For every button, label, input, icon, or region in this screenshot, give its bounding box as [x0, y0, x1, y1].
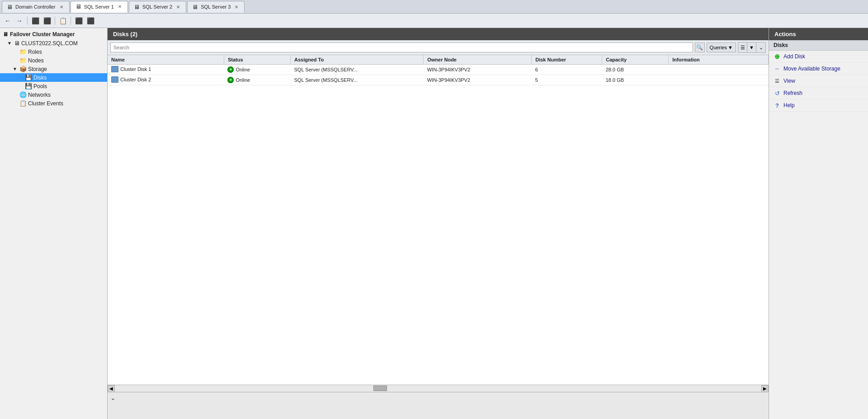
toolbar: ← → ⬛ ⬛ 📋 ⬛ ⬛: [0, 14, 868, 28]
column-header-capacity[interactable]: Capacity: [602, 55, 669, 65]
scroll-right-arrow[interactable]: ▶: [761, 385, 769, 392]
status-online-2: Online: [227, 77, 287, 83]
tab-icon-sql-server-3: 🖥: [192, 4, 198, 10]
expand-icon-cluster-root: ▼: [7, 41, 13, 46]
status-dot-1: [227, 66, 234, 73]
tree-item-nodes[interactable]: 📁 Nodes: [0, 56, 107, 65]
tree-item-disks[interactable]: 💾 Disks: [0, 73, 107, 82]
tree-icon-roles: 📁: [19, 48, 27, 55]
view-buttons: ☰ ▼ ⌄: [738, 42, 766, 53]
tab-label-domain-controller: Domain Controller: [15, 4, 56, 9]
tree-icon-cluster-root: 🖥: [14, 40, 20, 47]
cell-status-2: Online: [224, 75, 290, 85]
queries-button[interactable]: Queries ▼: [707, 42, 736, 52]
tab-icon-sql-server-2: 🖥: [134, 4, 140, 10]
help-label: Help: [783, 102, 795, 108]
scroll-thumb-h[interactable]: [373, 386, 387, 391]
cell-status-1: Online: [224, 65, 290, 75]
cell-assigned-to-1: SQL Server (MSSQLSERV...: [291, 65, 424, 75]
tab-sql-server-1[interactable]: 🖥 SQL Server 1 ✕: [71, 1, 128, 13]
add-disk-icon: ⊕: [774, 53, 781, 60]
cell-name-1: Cluster Disk 1: [108, 65, 224, 75]
detail-expand-icon[interactable]: ⌄: [110, 394, 116, 401]
view-details-button[interactable]: ☰: [738, 42, 747, 52]
cell-name-2: Cluster Disk 2: [108, 75, 224, 85]
table-row[interactable]: Cluster Disk 1 Online SQL Server (MSSQLS…: [108, 65, 769, 75]
action-view[interactable]: ☰ View: [769, 75, 868, 87]
tab-sql-server-2[interactable]: 🖥 SQL Server 2 ✕: [129, 1, 186, 13]
tab-close-domain-controller[interactable]: ✕: [58, 4, 65, 10]
status-online-1: Online: [227, 66, 287, 73]
search-icon-button[interactable]: 🔍: [695, 42, 705, 52]
tree-label-networks: Networks: [28, 92, 51, 98]
scroll-track-h[interactable]: [115, 385, 761, 392]
toolbar-separator-2: [55, 17, 55, 25]
toolbar-btn-1[interactable]: ⬛: [30, 16, 40, 26]
add-disk-label: Add Disk: [783, 53, 805, 60]
app-title-icon: 🖥: [3, 31, 8, 38]
toolbar-back-button[interactable]: ←: [3, 16, 13, 26]
tree-icon-storage: 📦: [19, 66, 27, 72]
horizontal-scrollbar[interactable]: ◀ ▶: [108, 385, 769, 392]
toolbar-btn-2[interactable]: ⬛: [42, 16, 52, 26]
help-icon: ?: [774, 102, 781, 109]
search-input[interactable]: [110, 42, 693, 52]
tree-label-pools: Pools: [33, 83, 47, 89]
tab-close-sql-server-3[interactable]: ✕: [233, 4, 240, 10]
column-header-owner-node[interactable]: Owner Node: [424, 55, 532, 65]
tab-close-sql-server-1[interactable]: ✕: [117, 4, 123, 10]
scroll-left-arrow[interactable]: ◀: [108, 385, 115, 392]
tree-label-storage: Storage: [28, 66, 47, 72]
tree-item-roles[interactable]: 📁 Roles: [0, 47, 107, 56]
toolbar-btn-5[interactable]: ⬛: [85, 16, 95, 26]
tree-item-networks[interactable]: 🌐 Networks: [0, 90, 107, 99]
move-storage-icon: ↔: [774, 65, 781, 72]
disk-image-1: [111, 66, 118, 72]
table-row[interactable]: Cluster Disk 2 Online SQL Server (MSSQLS…: [108, 75, 769, 85]
view-chevron-button[interactable]: ⌄: [756, 42, 765, 52]
toolbar-btn-3[interactable]: 📋: [58, 16, 68, 26]
refresh-label: Refresh: [783, 90, 802, 96]
status-dot-2: [227, 77, 234, 83]
refresh-icon: ↺: [774, 89, 781, 97]
action-help[interactable]: ? Help: [769, 99, 868, 112]
tree-label-cluster-events: Cluster Events: [28, 100, 63, 107]
view-dropdown-button[interactable]: ▼: [747, 42, 756, 52]
column-header-disk-number[interactable]: Disk Number: [532, 55, 602, 65]
cell-capacity-2: 18.0 GB: [602, 75, 669, 85]
column-header-information[interactable]: Information: [669, 55, 769, 65]
toolbar-btn-4[interactable]: ⬛: [74, 16, 84, 26]
action-add-disk[interactable]: ⊕ Add Disk: [769, 51, 868, 63]
tree-item-cluster-events[interactable]: 📋 Cluster Events: [0, 99, 107, 108]
tab-sql-server-3[interactable]: 🖥 SQL Server 3 ✕: [187, 1, 245, 13]
tree-label-nodes: Nodes: [28, 57, 44, 64]
tree-item-cluster-root[interactable]: ▼ 🖥 CLUST2022.SQL.COM: [0, 39, 107, 47]
disk-icon-2: Cluster Disk 2: [111, 76, 151, 83]
column-header-assigned-to[interactable]: Assigned To: [291, 55, 424, 65]
center-panel: Disks (2) 🔍 Queries ▼ ☰ ▼ ⌄ Name St: [108, 28, 769, 419]
action-move-available-storage[interactable]: ↔ Move Available Storage: [769, 63, 868, 75]
left-panel: 🖥 Failover Cluster Manager ▼ 🖥 CLUST2022…: [0, 28, 108, 419]
tree-icon-cluster-events: 📋: [19, 100, 27, 107]
tree-item-pools[interactable]: 💾 Pools: [0, 82, 107, 90]
data-table: Name Status Assigned To Owner Node Disk …: [108, 55, 769, 385]
cell-capacity-1: 28.0 GB: [602, 65, 669, 75]
column-header-name[interactable]: Name: [108, 55, 224, 65]
tab-label-sql-server-2: SQL Server 2: [142, 4, 172, 9]
tree-item-storage[interactable]: ▼ 📦 Storage: [0, 65, 107, 73]
tab-domain-controller[interactable]: 🖥 Domain Controller ✕: [2, 1, 70, 13]
main-container: 🖥 Failover Cluster Manager ▼ 🖥 CLUST2022…: [0, 28, 868, 419]
column-header-status[interactable]: Status: [224, 55, 290, 65]
tab-icon-domain-controller: 🖥: [7, 4, 13, 10]
tree-icon-pools: 💾: [25, 83, 32, 89]
disk-icon-1: Cluster Disk 1: [111, 66, 151, 72]
move-storage-label: Move Available Storage: [783, 66, 840, 72]
toolbar-forward-button[interactable]: →: [14, 16, 24, 26]
table-header-row: Name Status Assigned To Owner Node Disk …: [108, 55, 769, 65]
toolbar-separator-1: [27, 17, 28, 25]
actions-header-label: Actions: [774, 31, 796, 38]
tab-close-sql-server-2[interactable]: ✕: [175, 4, 181, 10]
tree-label-cluster-root: CLUST2022.SQL.COM: [21, 40, 78, 47]
cell-disk-number-2: 5: [532, 75, 602, 85]
action-refresh[interactable]: ↺ Refresh: [769, 87, 868, 99]
